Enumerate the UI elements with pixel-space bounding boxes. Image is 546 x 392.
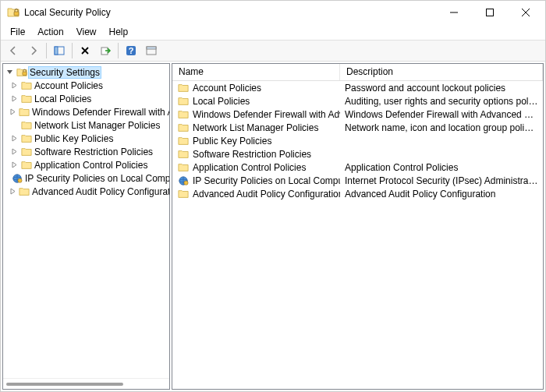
tree-item[interactable]: IP Security Policies on Local Computer	[3, 171, 169, 185]
app-icon	[7, 6, 20, 19]
column-header-name[interactable]: Name	[172, 64, 340, 80]
horizontal-scrollbar[interactable]	[3, 378, 169, 389]
scrollbar-thumb[interactable]	[6, 383, 123, 386]
folder-icon	[20, 94, 33, 104]
forward-button[interactable]	[24, 41, 43, 60]
menu-action[interactable]: Action	[31, 25, 69, 39]
toolbar-separator	[46, 43, 47, 58]
collapse-icon[interactable]	[5, 68, 14, 77]
tree-item[interactable]: Network List Manager Policies	[3, 118, 169, 132]
folder-icon	[18, 186, 30, 197]
expand-icon[interactable]	[9, 134, 19, 143]
cell-name-text: IP Security Policies on Local Computer	[193, 175, 340, 186]
menu-help[interactable]: Help	[103, 25, 135, 39]
column-header-description[interactable]: Description	[340, 64, 543, 80]
tree-item-label: IP Security Policies on Local Computer	[23, 173, 169, 184]
expand-icon[interactable]	[9, 147, 19, 157]
cell-description: Internet Protocol Security (IPsec) Admin…	[340, 175, 543, 186]
titlebar: Local Security Policy	[1, 1, 545, 24]
tree[interactable]: Security Settings Account PoliciesLocal …	[3, 64, 169, 378]
maximize-button[interactable]	[472, 1, 508, 24]
expand-icon[interactable]	[9, 161, 19, 170]
svg-rect-4	[487, 9, 494, 16]
list-row[interactable]: Public Key Policies	[172, 134, 543, 147]
close-button[interactable]	[508, 1, 544, 24]
menu-view[interactable]: View	[70, 25, 103, 39]
svg-text:?: ?	[129, 46, 134, 55]
list-row[interactable]: Software Restriction Policies	[172, 147, 543, 161]
tree-root[interactable]: Security Settings	[3, 65, 169, 79]
list-header: Name Description	[172, 64, 543, 81]
list-row[interactable]: Windows Defender Firewall with Advanced …	[172, 108, 543, 121]
tree-item[interactable]: Advanced Audit Policy Configuration	[3, 185, 169, 198]
expand-icon[interactable]	[9, 187, 16, 196]
cell-name: Public Key Policies	[172, 136, 340, 147]
folder-icon	[177, 136, 190, 147]
tree-item[interactable]: Account Policies	[3, 79, 169, 92]
svg-rect-6	[55, 47, 58, 55]
cell-description: Network name, icon and location group po…	[340, 122, 543, 133]
tree-pane: Security Settings Account PoliciesLocal …	[2, 63, 170, 390]
cell-name-text: Software Restriction Policies	[193, 149, 311, 160]
folder-icon	[177, 162, 190, 173]
help-button[interactable]: ?	[122, 41, 140, 60]
list-row[interactable]: Account PoliciesPassword and account loc…	[172, 81, 543, 94]
cell-description: Advanced Audit Policy Configuration	[340, 189, 543, 200]
cell-name-text: Windows Defender Firewall with Advanced …	[193, 109, 340, 120]
properties-button[interactable]	[142, 41, 161, 60]
tree-item[interactable]: Windows Defender Firewall with Advanced …	[3, 105, 169, 118]
tree-item-label: Local Policies	[33, 94, 93, 104]
tree-item[interactable]: Application Control Policies	[3, 158, 169, 171]
toolbar-separator	[118, 43, 119, 58]
list-pane: Name Description Account PoliciesPasswor…	[172, 63, 544, 390]
folder-icon	[20, 147, 33, 157]
cell-name: Windows Defender Firewall with Advanced …	[172, 109, 340, 120]
cell-name: IP Security Policies on Local Computer	[172, 175, 340, 186]
list-row[interactable]: Local PoliciesAuditing, user rights and …	[172, 94, 543, 108]
svg-rect-11	[147, 47, 156, 49]
folder-icon	[20, 80, 33, 91]
cell-description: Auditing, user rights and security optio…	[340, 96, 543, 107]
tree-item[interactable]: Public Key Policies	[3, 132, 169, 145]
tree-item-label: Network List Manager Policies	[33, 120, 161, 131]
cell-description: Application Control Policies	[340, 162, 543, 173]
menubar: File Action View Help	[1, 24, 545, 40]
folder-icon	[177, 83, 190, 94]
tree-item-label: Account Policies	[33, 80, 105, 91]
cell-name-text: Public Key Policies	[193, 136, 271, 147]
cell-name: Application Control Policies	[172, 162, 340, 173]
toolbar: ?	[1, 40, 545, 62]
cell-description: Password and account lockout policies	[340, 83, 543, 94]
cell-name-text: Account Policies	[193, 83, 261, 94]
export-button[interactable]	[96, 41, 115, 60]
tree-item-label: Application Control Policies	[33, 160, 149, 171]
folder-icon	[177, 149, 190, 160]
tree-item-label: Advanced Audit Policy Configuration	[30, 186, 169, 197]
window-title: Local Security Policy	[24, 7, 436, 18]
ipsec-icon	[177, 175, 190, 186]
folder-icon	[177, 96, 190, 107]
list-row[interactable]: Advanced Audit Policy ConfigurationAdvan…	[172, 187, 543, 200]
list-body[interactable]: Account PoliciesPassword and account loc…	[172, 81, 543, 389]
list-row[interactable]: Application Control PoliciesApplication …	[172, 161, 543, 174]
folder-icon	[20, 160, 33, 171]
show-hide-tree-button[interactable]	[50, 41, 69, 60]
folder-icon	[177, 122, 190, 133]
list-row[interactable]: Network List Manager PoliciesNetwork nam…	[172, 121, 543, 134]
expand-icon[interactable]	[9, 94, 19, 104]
window-controls	[436, 1, 544, 24]
back-button[interactable]	[4, 41, 23, 60]
delete-button[interactable]	[76, 41, 94, 60]
tree-item[interactable]: Software Restriction Policies	[3, 145, 169, 158]
cell-description: Windows Defender Firewall with Advanced …	[340, 109, 543, 120]
expand-icon[interactable]	[9, 108, 16, 117]
minimize-button[interactable]	[436, 1, 472, 24]
tree-item[interactable]: Local Policies	[3, 92, 169, 105]
cell-name-text: Network List Manager Policies	[193, 122, 318, 133]
expand-icon[interactable]	[9, 81, 19, 90]
list-row[interactable]: IP Security Policies on Local ComputerIn…	[172, 174, 543, 187]
cell-name-text: Local Policies	[193, 96, 250, 107]
cell-name: Network List Manager Policies	[172, 122, 340, 133]
folder-icon	[177, 109, 190, 120]
menu-file[interactable]: File	[4, 25, 31, 39]
